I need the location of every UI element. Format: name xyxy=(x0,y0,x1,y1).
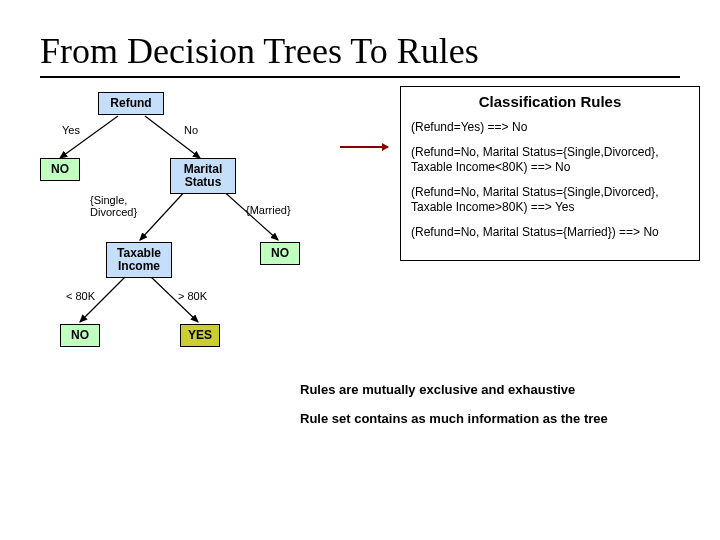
tree-connectors xyxy=(30,92,350,412)
title-underline xyxy=(40,76,680,78)
edge-label-no: No xyxy=(184,124,198,136)
rule-3: (Refund=No, Marital Status={Single,Divor… xyxy=(411,185,689,215)
edge-label-lt80k: < 80K xyxy=(66,290,95,302)
classification-rules-box: Classification Rules (Refund=Yes) ==> No… xyxy=(400,86,700,261)
leaf-no-married: NO xyxy=(260,242,300,265)
rule-4: (Refund=No, Marital Status={Married}) ==… xyxy=(411,225,689,240)
edge-label-married: {Married} xyxy=(246,204,291,216)
node-refund: Refund xyxy=(98,92,164,115)
edge-label-gt80k: > 80K xyxy=(178,290,207,302)
content-area: Refund NO Marital Status Taxable Income … xyxy=(40,92,680,452)
notes: Rules are mutually exclusive and exhaust… xyxy=(300,382,700,440)
svg-line-0 xyxy=(60,116,118,158)
leaf-no-refund-yes: NO xyxy=(40,158,80,181)
node-taxable-income: Taxable Income xyxy=(106,242,172,278)
arrow-icon xyxy=(340,146,388,148)
edge-label-yes: Yes xyxy=(62,124,80,136)
note-line-1: Rules are mutually exclusive and exhaust… xyxy=(300,382,700,397)
svg-line-1 xyxy=(145,116,200,158)
slide: From Decision Trees To Rules xyxy=(0,0,720,540)
rule-1: (Refund=Yes) ==> No xyxy=(411,120,689,135)
leaf-no-low-income: NO xyxy=(60,324,100,347)
leaf-yes-high-income: YES xyxy=(180,324,220,347)
rules-heading: Classification Rules xyxy=(411,93,689,110)
note-line-2: Rule set contains as much information as… xyxy=(300,411,700,426)
rule-2: (Refund=No, Marital Status={Single,Divor… xyxy=(411,145,689,175)
node-marital-status: Marital Status xyxy=(170,158,236,194)
slide-title: From Decision Trees To Rules xyxy=(40,30,680,72)
edge-label-single-divorced: {Single, Divorced} xyxy=(90,194,160,218)
decision-tree: Refund NO Marital Status Taxable Income … xyxy=(30,92,350,412)
